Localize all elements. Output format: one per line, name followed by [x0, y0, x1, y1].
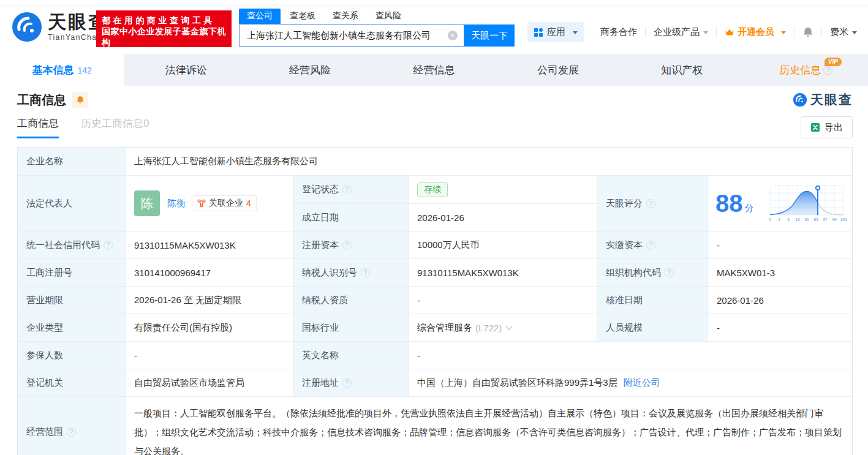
english-name-value: - [409, 342, 852, 369]
tab-basic-info-count: 142 [78, 66, 92, 75]
table-row: 登记机关 自由贸易试验区市场监管局 注册地址 中国（上海）自由贸易试验区环科路9… [18, 369, 852, 396]
nearby-companies-link[interactable]: 附近公司 [624, 377, 660, 389]
approval-date-label: 核准日期 [597, 287, 708, 314]
svg-text:97: 97 [823, 217, 828, 222]
export-button[interactable]: 导出 [801, 116, 853, 138]
tab-intellectual-property[interactable]: 知识产权 [620, 54, 744, 86]
table-row: 营业期限 2026-01-26 至 无固定期限 纳税人资质 - 核准日期 202… [18, 286, 852, 314]
tab-operating-info[interactable]: 经营信息 [372, 54, 496, 86]
watermark-logo-icon [793, 92, 807, 107]
taxpayer-id-value: 91310115MAK5XW013K [409, 259, 597, 286]
business-info-table: 企业名称 上海张江人工智能创新小镇生态服务有限公司 法定代表人 陈 陈衡 关联企… [17, 147, 853, 455]
related-companies-badge[interactable]: 关联企业 4 [192, 195, 257, 211]
help-icon[interactable] [665, 268, 674, 277]
table-row: 经营范围 一般项目：人工智能双创服务平台。（除依法须经批准的项目外，凭营业执照依… [18, 396, 852, 455]
tab-basic-info[interactable]: 基本信息 142 [0, 54, 124, 86]
score-value: 88 [715, 191, 743, 216]
divider [794, 28, 794, 37]
help-icon[interactable] [342, 241, 352, 250]
score-cell: 88 分 [708, 176, 852, 231]
table-row: 统一社会信用代码 91310115MAK5XW013K 注册资本 10000万人… [18, 231, 852, 258]
clear-icon[interactable] [448, 31, 458, 40]
tab-history-info[interactable]: 历史信息 VIP [744, 54, 868, 86]
svg-text:1: 1 [778, 217, 780, 222]
help-icon[interactable] [342, 378, 352, 388]
watermark-logo: 天眼查 [793, 91, 853, 108]
grid-apps-icon [534, 28, 543, 37]
address-value: 中国（上海）自由贸易试验区环科路999弄1号3层 [417, 377, 617, 389]
enterprise-products-link[interactable]: 企业级产品 [654, 26, 708, 38]
subscribe-bell-icon[interactable] [72, 92, 88, 108]
help-icon[interactable] [342, 185, 352, 194]
promo-line-2: 国家中小企业发展子基金旗下机构 [102, 26, 226, 48]
search-tab-relation[interactable]: 查关系 [333, 10, 358, 24]
content: 工商信息 天眼查 工商信息 历史工商信息0 导出 [0, 86, 868, 455]
credit-code-label: 统一社会信用代码 [18, 231, 126, 258]
credit-code-value: 91310115MAK5XW013K [126, 231, 293, 258]
open-vip-link[interactable]: 开通会员 [725, 26, 786, 38]
help-icon[interactable] [646, 241, 655, 250]
search-button[interactable]: 天眼一下 [464, 24, 515, 47]
help-icon[interactable] [361, 268, 370, 277]
top-right-nav: 应用 商务合作 企业级产品 开通会员 费米 [527, 22, 857, 42]
help-icon[interactable] [67, 427, 76, 437]
established-value: 2026-01-26 [409, 203, 597, 231]
apps-menu[interactable]: 应用 [527, 22, 584, 42]
business-term-value: 2026-01-26 至 无固定期限 [126, 287, 293, 314]
search-area: 查公司 查老板 查关系 查风险 天眼一下 [239, 8, 515, 47]
avatar[interactable]: 陈 [134, 190, 160, 216]
reg-authority-label: 登记机关 [18, 369, 126, 396]
divider [716, 28, 717, 37]
tab-basic-info-label: 基本信息 [32, 63, 74, 77]
tab-operating-risk[interactable]: 经营风险 [248, 54, 372, 86]
tab-legal-proceedings[interactable]: 法律诉讼 [124, 54, 247, 86]
taxpayer-id-label: 纳税人识别号 [293, 259, 409, 286]
legal-rep-link[interactable]: 陈衡 [167, 198, 186, 209]
subtab-history-business-info[interactable]: 历史工商信息0 [81, 116, 149, 138]
promo-line-1: 都在用的商业查询工具 [102, 15, 226, 26]
enterprise-products-label: 企业级产品 [654, 26, 700, 38]
staff-size-value: - [708, 314, 852, 341]
table-row: 工商注册号 310141000969417 纳税人识别号 91310115MAK… [18, 258, 852, 286]
excel-icon [810, 122, 820, 132]
chevron-down-icon [573, 31, 578, 37]
table-row: 企业类型 有限责任公司(国有控股) 国标行业 综合管理服务 (L722) 人员规… [18, 314, 852, 341]
score-distribution-chart: 0 1 3 15 50 85 97 99 100 [765, 183, 848, 224]
paid-capital-value: - [708, 231, 852, 258]
related-companies-count: 4 [246, 198, 251, 208]
business-cooperation-link[interactable]: 商务合作 [600, 26, 637, 38]
user-menu[interactable]: 费米 [830, 26, 857, 38]
help-icon[interactable] [823, 66, 832, 75]
score-axis-ticks: 0 1 3 15 50 85 97 99 100 [769, 217, 847, 222]
section-title: 工商信息 [17, 92, 66, 108]
divider [592, 28, 592, 37]
help-icon[interactable] [646, 199, 655, 208]
expand-chevron-icon[interactable] [506, 323, 513, 329]
vip-badge: VIP [825, 58, 842, 66]
chevron-down-icon [703, 31, 708, 37]
reg-capital-label: 注册资本 [293, 231, 409, 258]
company-name-label: 企业名称 [18, 148, 126, 175]
reg-status-label: 登记状态 [293, 176, 409, 203]
svg-text:3: 3 [787, 217, 790, 222]
search-tab-risk[interactable]: 查风险 [376, 10, 401, 24]
svg-text:99: 99 [832, 217, 837, 222]
notification-bell-icon[interactable] [802, 27, 813, 37]
tianyancha-logo-icon [11, 11, 43, 43]
subtab-business-info[interactable]: 工商信息 [17, 116, 59, 138]
search-tab-boss[interactable]: 查老板 [290, 10, 315, 24]
industry-value: 综合管理服务 (L722) [409, 314, 597, 341]
company-type-label: 企业类型 [18, 314, 126, 341]
table-row: 参保人数 - 英文名称 - [18, 341, 852, 369]
score-unit: 分 [745, 203, 754, 214]
address-label: 注册地址 [293, 369, 409, 396]
chevron-down-icon [781, 31, 786, 37]
promo-banner: 都在用的商业查询工具 国家中小企业发展子基金旗下机构 [96, 10, 232, 47]
english-name-label: 英文名称 [293, 342, 409, 369]
industry-code: (L722) [475, 323, 502, 333]
search-input[interactable] [240, 31, 448, 41]
help-icon[interactable] [104, 241, 113, 250]
tab-company-development[interactable]: 公司发展 [496, 54, 620, 86]
staff-size-label: 人员规模 [597, 314, 708, 341]
search-tab-company[interactable]: 查公司 [239, 9, 281, 24]
